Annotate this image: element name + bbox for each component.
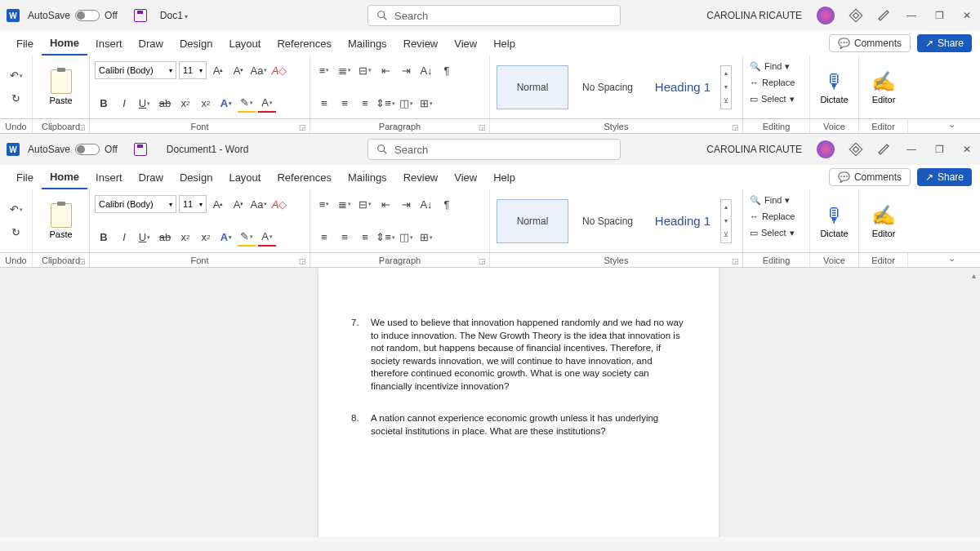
pilcrow-icon[interactable]: ¶ — [438, 61, 456, 79]
share-button[interactable]: ↗ Share — [917, 34, 972, 52]
user-name[interactable]: CAROLINA RICAUTE — [706, 144, 802, 155]
tab-references[interactable]: References — [269, 31, 339, 56]
collapse-ribbon-icon[interactable]: ⌄ — [948, 253, 956, 264]
italic-button[interactable]: I — [115, 95, 133, 113]
toggle-off-icon[interactable] — [75, 144, 100, 155]
autosave-toggle[interactable]: AutoSave Off — [28, 144, 118, 155]
tab-insert[interactable]: Insert — [87, 165, 131, 189]
toggle-off-icon[interactable] — [75, 10, 100, 21]
tab-draw[interactable]: Draw — [131, 165, 172, 189]
tab-mailings[interactable]: Mailings — [340, 165, 395, 189]
bold-button[interactable]: B — [95, 95, 113, 113]
text-effects-icon[interactable]: A — [217, 95, 235, 113]
font-name-combo[interactable]: Calibri (Body)▾ — [95, 61, 176, 79]
find-button[interactable]: 🔍 Find ▾ — [750, 193, 790, 207]
increase-indent-icon[interactable]: ⇥ — [397, 195, 415, 213]
paste-icon[interactable] — [51, 203, 72, 228]
search-box[interactable]: Search — [368, 5, 621, 26]
align-left-icon[interactable]: ≡ — [315, 229, 333, 247]
multilevel-icon[interactable]: ⊟ — [356, 61, 374, 79]
editor-icon[interactable]: ✍ — [871, 204, 896, 227]
subscript-button[interactable]: x2 — [176, 95, 194, 113]
pilcrow-icon[interactable]: ¶ — [438, 195, 456, 213]
grow-font-icon[interactable]: A▴ — [209, 61, 227, 79]
share-button[interactable]: ↗ Share — [917, 168, 972, 186]
document-title[interactable]: Doc1 — [160, 10, 188, 21]
page[interactable]: 7. We used to believe that innovation ha… — [318, 268, 719, 537]
dictate-icon[interactable]: 🎙 — [825, 204, 844, 227]
tab-layout[interactable]: Layout — [220, 31, 269, 56]
style-heading1[interactable]: Heading 1 — [647, 199, 719, 243]
shading-icon[interactable]: ◫ — [397, 95, 415, 113]
numbering-icon[interactable]: ≣ — [336, 195, 354, 213]
change-case-icon[interactable]: Aa — [250, 195, 268, 213]
minimize-icon[interactable]: — — [905, 143, 918, 156]
tab-help[interactable]: Help — [485, 165, 523, 189]
align-center-icon[interactable]: ≡ — [336, 229, 354, 247]
pending-icon[interactable] — [877, 143, 890, 156]
tab-file[interactable]: File — [8, 31, 42, 56]
align-right-icon[interactable]: ≡ — [356, 95, 374, 113]
autosave-toggle[interactable]: AutoSave Off — [28, 10, 118, 21]
decrease-indent-icon[interactable]: ⇤ — [376, 61, 394, 79]
line-spacing-icon[interactable]: ⇕≡ — [376, 95, 394, 113]
borders-icon[interactable]: ⊞ — [417, 229, 435, 247]
avatar[interactable] — [817, 7, 835, 24]
style-heading1[interactable]: Heading 1 — [647, 65, 719, 109]
change-case-icon[interactable]: Aa — [250, 61, 268, 79]
font-name-combo[interactable]: Calibri (Body)▾ — [95, 195, 176, 213]
save-icon[interactable] — [134, 9, 147, 22]
style-nospacing[interactable]: No Spacing — [572, 199, 644, 243]
line-spacing-icon[interactable]: ⇕≡ — [376, 229, 394, 247]
sort-icon[interactable]: A↓ — [417, 61, 435, 79]
shrink-font-icon[interactable]: A▾ — [229, 61, 247, 79]
pending-icon[interactable] — [877, 9, 890, 22]
document-canvas[interactable]: 7. We used to believe that innovation ha… — [0, 268, 980, 537]
clear-format-icon[interactable]: A◇ — [270, 195, 288, 213]
tab-review[interactable]: Review — [395, 165, 447, 189]
tab-design[interactable]: Design — [172, 31, 220, 56]
collapse-ribbon-icon[interactable]: ⌄ — [948, 119, 956, 130]
editor-icon[interactable]: ✍ — [871, 70, 896, 93]
highlight-icon[interactable]: ✎ — [238, 229, 256, 247]
align-left-icon[interactable]: ≡ — [315, 95, 333, 113]
replace-button[interactable]: ↔ Replace — [750, 75, 795, 90]
close-icon[interactable]: ✕ — [960, 143, 973, 156]
save-icon[interactable] — [134, 143, 147, 156]
bullets-icon[interactable]: ≡ — [315, 61, 333, 79]
borders-icon[interactable]: ⊞ — [417, 95, 435, 113]
tab-help[interactable]: Help — [485, 31, 523, 56]
subscript-button[interactable]: x2 — [176, 229, 194, 247]
font-size-combo[interactable]: 11▾ — [179, 61, 207, 79]
paste-icon[interactable] — [51, 69, 72, 94]
align-center-icon[interactable]: ≡ — [336, 95, 354, 113]
style-normal[interactable]: Normal — [497, 65, 568, 109]
tab-home[interactable]: Home — [42, 31, 87, 56]
italic-button[interactable]: I — [115, 229, 133, 247]
align-right-icon[interactable]: ≡ — [356, 229, 374, 247]
tab-view[interactable]: View — [446, 165, 485, 189]
numbering-icon[interactable]: ≣ — [336, 61, 354, 79]
search-box[interactable]: Search — [368, 139, 621, 160]
tab-references[interactable]: References — [269, 165, 339, 189]
vertical-scrollbar[interactable]: ▴ — [967, 268, 980, 537]
tab-mailings[interactable]: Mailings — [340, 31, 395, 56]
shrink-font-icon[interactable]: A▾ — [229, 195, 247, 213]
tab-review[interactable]: Review — [395, 31, 447, 56]
dictate-icon[interactable]: 🎙 — [825, 70, 844, 93]
underline-button[interactable]: U — [136, 229, 154, 247]
undo-button[interactable]: ↶ — [7, 201, 25, 219]
strike-button[interactable]: ab — [156, 95, 174, 113]
style-normal[interactable]: Normal — [497, 199, 568, 243]
tab-view[interactable]: View — [446, 31, 485, 56]
tab-file[interactable]: File — [8, 165, 42, 189]
clear-format-icon[interactable]: A◇ — [270, 61, 288, 79]
underline-button[interactable]: U — [136, 95, 154, 113]
replace-button[interactable]: ↔ Replace — [750, 209, 795, 224]
diamond-icon[interactable] — [849, 9, 862, 22]
avatar[interactable] — [817, 140, 835, 158]
tab-insert[interactable]: Insert — [87, 31, 131, 56]
sort-icon[interactable]: A↓ — [417, 195, 435, 213]
tab-home[interactable]: Home — [42, 165, 87, 189]
superscript-button[interactable]: x2 — [197, 229, 215, 247]
